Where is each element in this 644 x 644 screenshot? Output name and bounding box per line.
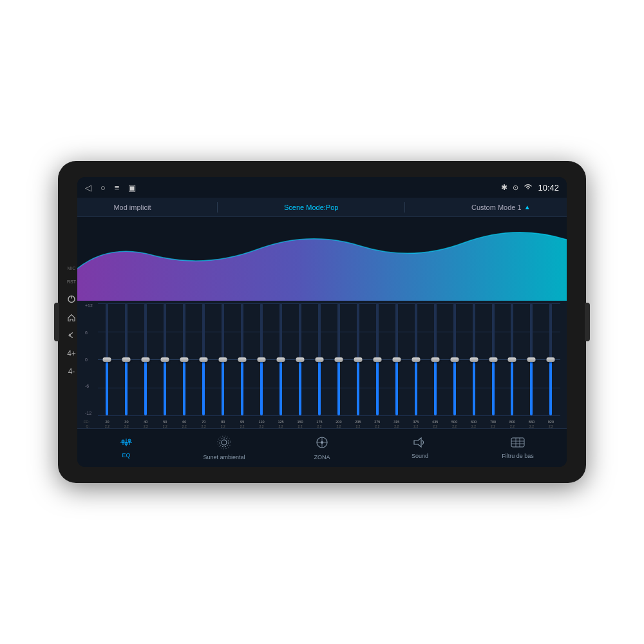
tab-bass[interactable]: Filtru de bas <box>469 437 567 459</box>
left-side-button[interactable] <box>54 303 59 341</box>
freq-label-235: 2352.2 <box>348 420 367 428</box>
eq-thumb-60[interactable] <box>180 357 189 362</box>
eq-band-110[interactable] <box>252 303 271 415</box>
freq-label-60: 602.2 <box>175 420 194 428</box>
freq-label-275: 2752.2 <box>368 420 386 428</box>
freq-label-95: 952.2 <box>233 420 252 428</box>
eq-band-150[interactable] <box>291 303 310 415</box>
eq-band-80[interactable] <box>214 303 232 415</box>
eq-thumb-125[interactable] <box>277 357 285 362</box>
eq-thumb-800[interactable] <box>508 357 516 362</box>
freq-label-50: 502.2 <box>156 420 175 428</box>
freq-label-700: 7002.2 <box>484 420 502 428</box>
eq-thumb-40[interactable] <box>142 357 150 362</box>
freq-label-20: 202.2 <box>98 420 117 428</box>
eq-visualization <box>77 217 567 301</box>
eq-band-860[interactable] <box>522 303 541 415</box>
eq-band-60[interactable] <box>175 303 194 415</box>
bass-icon <box>511 437 525 450</box>
eq-band-40[interactable] <box>137 303 155 415</box>
eq-band-435[interactable] <box>426 303 444 415</box>
eq-band-800[interactable] <box>503 303 522 415</box>
freq-label-70: 702.2 <box>194 420 213 428</box>
eq-band-235[interactable] <box>348 303 367 415</box>
vol-down-button[interactable]: 4- <box>64 365 79 379</box>
eq-band-95[interactable] <box>233 303 252 415</box>
eq-thumb-920[interactable] <box>547 357 555 362</box>
mode-custom[interactable]: Custom Mode 1 ▲ <box>465 204 537 211</box>
tab-eq[interactable]: EQ <box>77 437 175 459</box>
recent-nav-icon[interactable]: ▣ <box>128 183 136 193</box>
eq-thumb-600[interactable] <box>469 357 478 362</box>
bluetooth-icon: ✱ <box>501 183 507 192</box>
eq-thumb-500[interactable] <box>450 357 459 362</box>
freq-label-435: 4352.2 <box>426 420 444 428</box>
eq-band-315[interactable] <box>387 303 406 415</box>
mic-label: MIC <box>68 266 76 270</box>
freq-label-30: 302.2 <box>117 420 136 428</box>
wifi-icon <box>524 184 533 191</box>
clock: 10:42 <box>538 183 559 193</box>
eq-thumb-80[interactable] <box>219 357 227 362</box>
mode-bar: Mod implicit Scene Mode:Pop Custom Mode … <box>77 198 567 217</box>
eq-band-500[interactable] <box>445 303 464 415</box>
eq-thumb-50[interactable] <box>161 357 169 362</box>
eq-band-50[interactable] <box>156 303 175 415</box>
eq-band-175[interactable] <box>310 303 328 415</box>
eq-band-70[interactable] <box>194 303 213 415</box>
eq-thumb-95[interactable] <box>238 357 247 362</box>
eq-band-600[interactable] <box>464 303 483 415</box>
svg-point-9 <box>222 440 227 445</box>
status-right: ✱ ⊙ 10:42 <box>501 183 559 193</box>
home-nav-icon[interactable]: ○ <box>100 183 106 193</box>
eq-icon <box>119 437 133 450</box>
eq-band-275[interactable] <box>368 303 386 415</box>
eq-band-920[interactable] <box>542 303 560 415</box>
tab-sound[interactable]: Sound <box>371 437 469 459</box>
rst-button[interactable]: RST <box>64 274 79 289</box>
eq-thumb-20[interactable] <box>103 357 111 362</box>
mode-scene[interactable]: Scene Mode:Pop <box>278 204 345 211</box>
freq-label-40: 402.2 <box>137 420 155 428</box>
eq-band-125[interactable] <box>272 303 290 415</box>
eq-thumb-110[interactable] <box>258 357 266 362</box>
freq-label-110: 1102.2 <box>252 420 271 428</box>
eq-thumb-860[interactable] <box>527 357 536 362</box>
eq-band-30[interactable] <box>117 303 136 415</box>
freq-label-860: 8602.2 <box>522 420 541 428</box>
tab-ambient-label: Sunet ambiental <box>203 454 245 460</box>
eq-thumb-235[interactable] <box>354 357 362 362</box>
db-label-neg6: -6 <box>85 384 93 388</box>
back-nav-icon[interactable]: ◁ <box>85 183 91 193</box>
mode-implicit[interactable]: Mod implicit <box>107 204 157 211</box>
eq-band-200[interactable] <box>329 303 348 415</box>
tab-zona[interactable]: ZONA <box>273 435 371 460</box>
home-button[interactable] <box>64 310 79 325</box>
back-button[interactable] <box>64 328 79 343</box>
eq-thumb-315[interactable] <box>392 357 401 362</box>
db-label-6: 6 <box>85 330 93 335</box>
eq-thumb-700[interactable] <box>489 357 497 362</box>
mode-divider-1 <box>217 202 218 213</box>
eq-thumb-200[interactable] <box>334 357 343 362</box>
freq-label-500: 5002.2 <box>445 420 464 428</box>
menu-nav-icon[interactable]: ≡ <box>115 183 120 193</box>
nav-buttons: ◁ ○ ≡ ▣ <box>85 183 136 193</box>
right-side-button[interactable] <box>585 303 590 341</box>
eq-thumb-435[interactable] <box>431 357 439 362</box>
eq-thumb-175[interactable] <box>315 357 323 362</box>
freq-label-200: 2002.2 <box>329 420 348 428</box>
eq-thumb-30[interactable] <box>122 357 131 362</box>
eq-band-20[interactable] <box>98 303 117 415</box>
eq-band-375[interactable] <box>406 303 425 415</box>
freq-label-600: 6002.2 <box>464 420 483 428</box>
eq-thumb-375[interactable] <box>412 357 420 362</box>
power-button[interactable] <box>64 292 79 307</box>
eq-thumb-70[interactable] <box>200 357 208 362</box>
freq-label-375: 3752.2 <box>406 420 425 428</box>
vol-up-button[interactable]: 4+ <box>64 346 79 361</box>
tab-ambient[interactable]: Sunet ambiental <box>175 435 273 460</box>
eq-thumb-275[interactable] <box>373 357 381 362</box>
eq-band-700[interactable] <box>484 303 502 415</box>
eq-thumb-150[interactable] <box>296 357 305 362</box>
